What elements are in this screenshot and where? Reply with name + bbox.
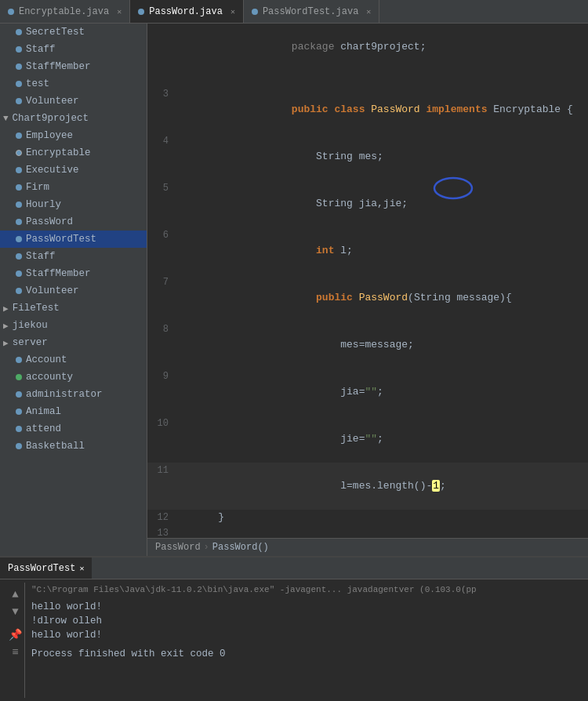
- class-icon-basketball: [16, 443, 22, 449]
- line-code-3[interactable]: String mes;: [191, 133, 588, 180]
- code-line-1: [147, 71, 588, 86]
- sidebar-label-encryptable2: Encryptable: [26, 147, 91, 158]
- tab-close-password[interactable]: ✕: [230, 7, 235, 16]
- class-icon-administrator: [16, 391, 22, 398]
- class-icon-attend: [16, 426, 22, 432]
- sidebar-label-employee: Employee: [26, 130, 73, 141]
- terminal-tab-passwordtest[interactable]: PassWordTest ✕: [0, 558, 92, 579]
- line-code-1[interactable]: [191, 71, 588, 86]
- kw-class-3: class: [334, 104, 371, 115]
- class-icon-passwordtest2: [16, 236, 22, 242]
- code-line-7: 8 mes=message;: [147, 321, 588, 369]
- tab-close-passwordtest[interactable]: ✕: [366, 7, 371, 16]
- class-icon-hourly: [16, 202, 22, 208]
- iface-name: Encryptable: [493, 104, 567, 115]
- sidebar-item-password2[interactable]: PassWord: [0, 213, 147, 231]
- line-code-10[interactable]: l=mes.length()-1;: [191, 463, 588, 510]
- kw-implements: implements: [426, 104, 493, 115]
- paren-7: (: [408, 292, 414, 303]
- sidebar-label-staffmember2: StaffMember: [26, 268, 91, 279]
- sidebar-item-administrator[interactable]: administrator: [0, 386, 147, 403]
- sidebar-item-test[interactable]: test: [0, 75, 147, 93]
- line-code-9[interactable]: jie="";: [191, 416, 588, 463]
- code-line-11: 12 }: [147, 510, 588, 525]
- sidebar-item-employee[interactable]: Employee: [0, 127, 147, 144]
- tab-encryptable[interactable]: Encryptable.java ✕: [0, 0, 130, 23]
- scroll-up-button[interactable]: ▲: [12, 587, 18, 601]
- sidebar-item-staff[interactable]: Staff: [0, 41, 147, 58]
- terminal-tab-close[interactable]: ✕: [79, 564, 84, 573]
- wrap-button[interactable]: ≡: [12, 645, 18, 659]
- sidebar-item-encryptable2[interactable]: Encryptable: [0, 144, 147, 162]
- semi-10: ;: [377, 433, 383, 445]
- tab-bar: Encryptable.java ✕ PassWord.java ✕ PassW…: [0, 0, 588, 24]
- line-code-0[interactable]: package chart9project;: [191, 24, 588, 71]
- terminal-left-buttons: ▲ ▼ 📌 ≡: [6, 583, 25, 698]
- expand-icon-filetest: ▶: [3, 303, 9, 314]
- pin-button[interactable]: 📌: [9, 628, 22, 642]
- sidebar-label-account: Account: [26, 354, 67, 365]
- sidebar-label-passwordtest2: PassWordTest: [26, 234, 96, 245]
- sidebar-item-server[interactable]: ▶ server: [0, 334, 147, 351]
- sidebar-item-staffmember2[interactable]: StaffMember: [0, 265, 147, 282]
- sidebar-item-basketball[interactable]: Basketball: [0, 438, 147, 455]
- tab-passwordtest[interactable]: PassWordTest.java ✕: [244, 0, 379, 23]
- line-code-6[interactable]: public PassWord(String message){: [191, 274, 588, 321]
- sidebar-item-chart9project[interactable]: ▼ Chart9project: [0, 110, 147, 127]
- sidebar-item-secrettest[interactable]: SecretTest: [0, 24, 147, 41]
- tab-close-encryptable[interactable]: ✕: [117, 7, 122, 16]
- paren-close-7: ){: [499, 292, 512, 303]
- assign-mes-message: mes=message;: [340, 339, 414, 350]
- terminal-tab-bar: PassWordTest ✕: [0, 558, 588, 579]
- sidebar-label-accounty: accounty: [26, 372, 73, 383]
- sidebar-item-attend[interactable]: attend: [0, 420, 147, 438]
- code-line-8: 9 jia="";: [147, 369, 588, 416]
- terminal-preamble: "C:\Program Files\Java\jdk-11.0.2\bin\ja…: [31, 583, 582, 597]
- line-code-7[interactable]: mes=message;: [191, 321, 588, 369]
- sidebar-label-administrator: administrator: [26, 389, 103, 400]
- sidebar-item-volunteer[interactable]: Volunteer: [0, 93, 147, 110]
- line-num-4: 5: [147, 180, 175, 227]
- tab-label-passwordtest: PassWordTest.java: [263, 6, 358, 17]
- sidebar-label-staff: Staff: [26, 44, 56, 55]
- scroll-down-button[interactable]: ▼: [12, 605, 18, 619]
- line-code-8[interactable]: jia="";: [191, 369, 588, 416]
- tab-icon-password: [138, 9, 144, 15]
- sidebar-item-executive[interactable]: Executive: [0, 162, 147, 179]
- class-icon-executive: [16, 167, 22, 173]
- sidebar-item-accounty[interactable]: accounty: [0, 369, 147, 386]
- code-line-4: 5 String jia,jie;: [147, 180, 588, 227]
- code-scroll[interactable]: package chart9project; 3: [147, 24, 588, 538]
- tab-label-encryptable: Encryptable.java: [19, 6, 109, 17]
- tab-password[interactable]: PassWord.java ✕: [130, 0, 244, 23]
- sidebar-label-volunteer2: Volunteer: [26, 285, 79, 296]
- line-gutter-11: [175, 510, 191, 525]
- sidebar-item-volunteer2[interactable]: Volunteer: [0, 282, 147, 300]
- sidebar-item-staff2[interactable]: Staff: [0, 248, 147, 265]
- code-line-9: 10 jie="";: [147, 416, 588, 463]
- sidebar-item-staffmember[interactable]: StaffMember: [0, 58, 147, 75]
- type-string-7: String: [414, 292, 457, 303]
- line-code-12[interactable]: @Override: [191, 525, 588, 538]
- sidebar-label-jiekou: jiekou: [13, 320, 48, 331]
- sidebar-label-password2: PassWord: [26, 216, 73, 227]
- sidebar-item-filetest[interactable]: ▶ FileTest: [0, 300, 147, 317]
- sidebar-item-account[interactable]: Account: [0, 351, 147, 369]
- var-mes-4: mes;: [359, 151, 383, 162]
- line-code-11[interactable]: }: [191, 510, 588, 525]
- sidebar-item-jiekou[interactable]: ▶ jiekou: [0, 317, 147, 334]
- sidebar-item-animal[interactable]: Animal: [0, 403, 147, 420]
- code-wrapper: package chart9project; 3: [147, 24, 588, 538]
- line-code-5[interactable]: int l;: [191, 227, 588, 274]
- line-code-2[interactable]: public class PassWord implements Encrypt…: [191, 86, 588, 133]
- line-code-4[interactable]: String jia,jie;: [191, 180, 588, 227]
- class-icon-animal: [16, 409, 22, 415]
- sidebar-item-passwordtest2[interactable]: PassWordTest: [0, 231, 147, 248]
- sidebar-item-firm[interactable]: Firm: [0, 179, 147, 196]
- class-icon-staffmember: [16, 64, 22, 70]
- code-line-6: 7 public PassWord(String message){: [147, 274, 588, 321]
- sidebar-item-hourly[interactable]: Hourly: [0, 196, 147, 213]
- sidebar-label-server: server: [13, 337, 48, 348]
- terminal-tab-label: PassWordTest: [8, 563, 75, 574]
- type-string-5: String: [316, 198, 359, 209]
